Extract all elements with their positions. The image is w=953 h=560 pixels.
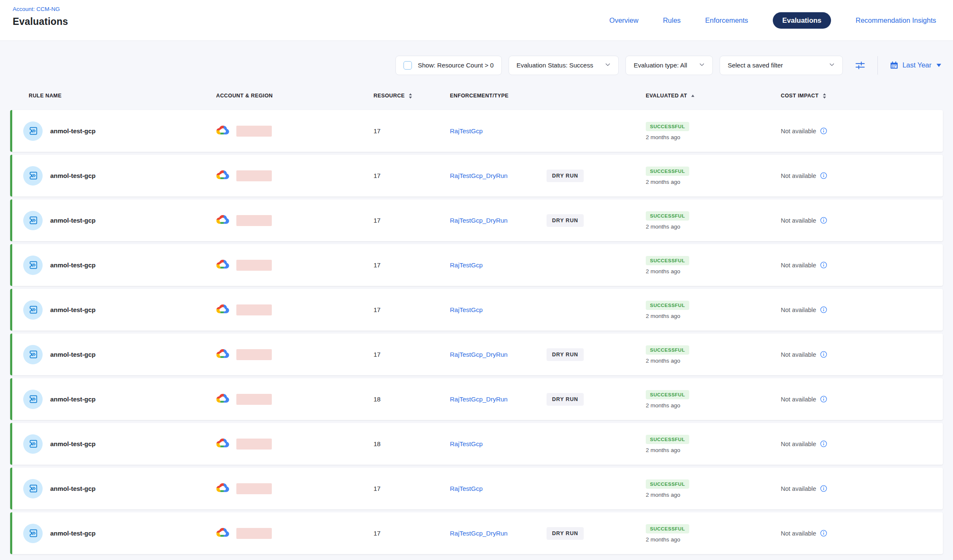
resource-count: 18 — [374, 440, 381, 447]
evaluated-at-cell: SUCCESSFUL 2 months ago — [646, 479, 781, 498]
tab-recommendation-insights[interactable]: Recommendation Insights — [856, 16, 936, 24]
resource-cell: 17 — [374, 530, 450, 537]
column-label: RULE NAME — [29, 93, 62, 99]
account-region-cell — [216, 483, 374, 495]
filter-settings-icon[interactable] — [855, 60, 866, 71]
status-badge: SUCCESSFUL — [646, 122, 689, 131]
info-icon[interactable] — [820, 306, 827, 313]
table-row[interactable]: anmol-test-gcp — [10, 199, 943, 241]
date-range-value: Last Year — [902, 61, 931, 69]
enforcement-link[interactable]: RajTestGcp — [450, 306, 483, 313]
resource-count: 17 — [374, 217, 381, 224]
sort-icon[interactable] — [409, 93, 412, 99]
tab-evaluations[interactable]: Evaluations — [773, 12, 831, 29]
evaluated-at-cell: SUCCESSFUL 2 months ago — [646, 524, 781, 543]
enforcement-link[interactable]: RajTestGcp — [450, 440, 483, 447]
page-header-left: Account: CCM-NG Evaluations — [13, 0, 68, 40]
enforcement-link[interactable]: RajTestGcp_DryRun — [450, 351, 508, 358]
gcp-cloud-icon — [216, 304, 230, 316]
gcp-cloud-icon — [216, 125, 230, 137]
calendar-icon — [890, 61, 899, 70]
evaluated-at-cell: SUCCESSFUL 2 months ago — [646, 390, 781, 409]
status-badge: SUCCESSFUL — [646, 301, 689, 310]
info-icon[interactable] — [820, 172, 827, 179]
table-row[interactable]: anmol-test-gcp — [10, 244, 943, 286]
caret-down-icon — [937, 64, 941, 67]
breadcrumb[interactable]: Account: CCM-NG — [13, 5, 68, 13]
status-badge: SUCCESSFUL — [646, 435, 689, 444]
info-icon[interactable] — [820, 127, 827, 135]
gcp-cloud-icon — [216, 215, 230, 226]
column-header-resource[interactable]: RESOURCE — [374, 93, 450, 99]
table-row[interactable]: anmol-test-gcp — [10, 155, 943, 197]
saved-filter-dropdown[interactable]: Select a saved filter — [720, 56, 843, 75]
enforcement-link[interactable]: RajTestGcp — [450, 127, 483, 135]
evaluated-time: 2 months ago — [646, 536, 680, 543]
cost-impact-cell: Not available — [781, 351, 943, 358]
info-icon[interactable] — [820, 396, 827, 403]
column-header-cost-impact[interactable]: COST IMPACT — [781, 93, 943, 99]
table-row[interactable]: anmol-test-gcp — [10, 110, 943, 152]
rule-name-cell: anmol-test-gcp — [12, 345, 216, 364]
governance-rule-icon — [23, 479, 43, 498]
info-icon[interactable] — [820, 485, 827, 492]
governance-rule-icon — [23, 434, 43, 454]
sort-ascending-icon[interactable] — [691, 94, 695, 97]
divider — [877, 56, 878, 75]
resource-count: 17 — [374, 351, 381, 358]
cost-impact-cell: Not available — [781, 485, 943, 492]
enforcement-link[interactable]: RajTestGcp — [450, 485, 483, 492]
gcp-cloud-icon — [216, 170, 230, 182]
rule-name: anmol-test-gcp — [50, 261, 96, 269]
tab-enforcements[interactable]: Enforcements — [705, 16, 748, 24]
evaluated-at-cell: SUCCESSFUL 2 months ago — [646, 301, 781, 319]
column-header-rule-name: RULE NAME — [12, 93, 216, 99]
rule-name-cell: anmol-test-gcp — [12, 300, 216, 320]
enforcement-cell: RajTestGcp — [450, 440, 646, 448]
tab-overview[interactable]: Overview — [609, 16, 639, 24]
column-header-enforcement-type: ENFORCEMENT/TYPE — [450, 93, 646, 99]
cost-impact-text: Not available — [781, 172, 816, 179]
info-icon[interactable] — [820, 217, 827, 224]
column-label: EVALUATED AT — [646, 93, 687, 99]
table-header: RULE NAMEACCOUNT & REGIONRESOURCEENFORCE… — [10, 86, 943, 105]
cost-impact-cell: Not available — [781, 217, 943, 224]
dry-run-badge: DRY RUN — [547, 393, 584, 406]
info-icon[interactable] — [820, 440, 827, 447]
cost-impact-cell: Not available — [781, 127, 943, 135]
enforcement-link[interactable]: RajTestGcp_DryRun — [450, 396, 508, 403]
gcp-cloud-icon — [216, 528, 230, 539]
evaluated-at-cell: SUCCESSFUL 2 months ago — [646, 211, 781, 230]
resource-count-filter[interactable]: Show: Resource Count > 0 — [395, 56, 502, 75]
enforcement-link[interactable]: RajTestGcp_DryRun — [450, 217, 508, 224]
resource-count: 17 — [374, 172, 381, 179]
rule-name: anmol-test-gcp — [50, 530, 96, 537]
enforcement-link[interactable]: RajTestGcp — [450, 261, 483, 269]
table-row[interactable]: anmol-test-gcp — [10, 289, 943, 331]
tab-rules[interactable]: Rules — [663, 16, 681, 24]
info-icon[interactable] — [820, 261, 827, 269]
account-region-cell — [216, 528, 374, 539]
table-row[interactable]: anmol-test-gcp — [10, 423, 943, 465]
enforcement-link[interactable]: RajTestGcp_DryRun — [450, 172, 508, 179]
sort-icon[interactable] — [823, 93, 826, 99]
resource-count-checkbox[interactable] — [403, 61, 412, 70]
column-header-account-region: ACCOUNT & REGION — [216, 93, 374, 99]
enforcement-link[interactable]: RajTestGcp_DryRun — [450, 530, 508, 537]
evaluation-status-dropdown[interactable]: Evaluation Status: Success — [509, 56, 619, 75]
account-region-cell — [216, 170, 374, 182]
table-row[interactable]: anmol-test-gcp — [10, 334, 943, 375]
gcp-cloud-icon — [216, 393, 230, 405]
table-row[interactable]: anmol-test-gcp — [10, 512, 943, 554]
column-header-evaluated-at[interactable]: EVALUATED AT — [646, 93, 781, 99]
governance-rule-icon — [23, 166, 43, 186]
table-row[interactable]: anmol-test-gcp — [10, 378, 943, 420]
account-region-cell — [216, 349, 374, 361]
date-range-picker[interactable]: Last Year — [890, 61, 941, 70]
account-region-cell — [216, 393, 374, 405]
evaluation-type-dropdown[interactable]: Evaluation type: All — [625, 56, 713, 75]
table-row[interactable]: anmol-test-gcp — [10, 468, 943, 509]
info-icon[interactable] — [820, 351, 827, 358]
resource-cell: 17 — [374, 306, 450, 313]
info-icon[interactable] — [820, 530, 827, 537]
